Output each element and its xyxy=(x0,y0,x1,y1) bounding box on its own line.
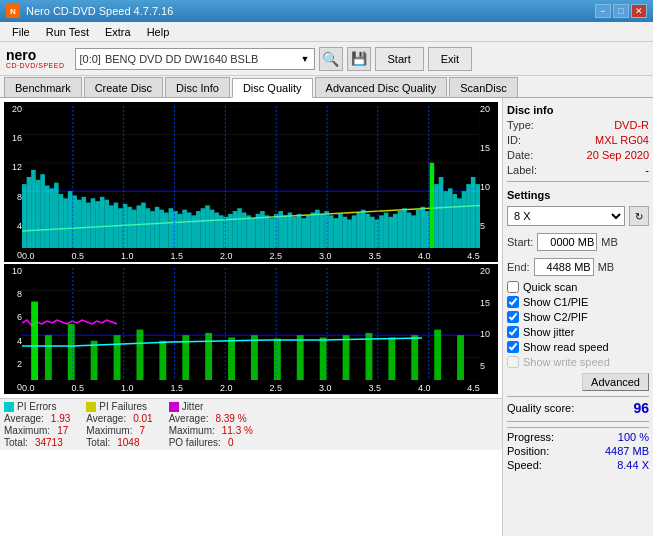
tab-benchmark[interactable]: Benchmark xyxy=(4,77,82,97)
svg-rect-116 xyxy=(471,177,476,248)
show-jitter-checkbox[interactable] xyxy=(507,326,519,338)
position-value: 4487 MB xyxy=(605,445,649,457)
svg-rect-84 xyxy=(324,211,329,248)
quick-scan-checkbox[interactable] xyxy=(507,281,519,293)
bottom-chart: 10 8 6 4 2 0 20 15 10 5 xyxy=(4,264,498,394)
svg-rect-112 xyxy=(453,194,458,248)
svg-rect-82 xyxy=(315,210,320,248)
show-read-speed-checkbox[interactable] xyxy=(507,341,519,353)
svg-rect-104 xyxy=(416,210,421,248)
quality-row: Quality score: 96 xyxy=(507,396,649,416)
bottom-chart-y-left: 10 8 6 4 2 0 xyxy=(4,264,22,394)
speed-select[interactable]: 8 X 4 X 16 X MAX xyxy=(507,206,625,226)
close-button[interactable]: ✕ xyxy=(631,4,647,18)
svg-rect-148 xyxy=(366,333,373,380)
quick-scan-label: Quick scan xyxy=(523,281,577,293)
minimize-button[interactable]: − xyxy=(595,4,611,18)
svg-rect-133 xyxy=(31,302,38,380)
svg-rect-103 xyxy=(411,215,416,248)
svg-rect-62 xyxy=(224,217,229,248)
start-input[interactable] xyxy=(537,233,597,251)
svg-rect-108 xyxy=(434,184,439,248)
svg-rect-65 xyxy=(237,208,242,248)
toolbar: nero CD·DVD/SPEED [0:0] BENQ DVD DD DW16… xyxy=(0,42,653,76)
svg-rect-45 xyxy=(146,208,151,248)
svg-rect-24 xyxy=(49,188,54,248)
maximize-button[interactable]: □ xyxy=(613,4,629,18)
svg-rect-143 xyxy=(251,335,258,380)
pi-failures-total-row: Total: 1048 xyxy=(86,437,152,448)
refresh-icon-button[interactable]: ↻ xyxy=(629,206,649,226)
svg-rect-21 xyxy=(36,180,41,248)
svg-rect-111 xyxy=(448,188,453,248)
show-jitter-label: Show jitter xyxy=(523,326,574,338)
svg-rect-36 xyxy=(104,200,109,248)
speed-row: 8 X 4 X 16 X MAX ↻ xyxy=(507,206,649,226)
top-chart-y-left: 20 16 12 8 4 0 xyxy=(4,102,22,262)
dropdown-arrow-icon: ▼ xyxy=(301,54,310,64)
disc-date-row: Date: 20 Sep 2020 xyxy=(507,149,649,161)
svg-rect-58 xyxy=(205,205,210,248)
svg-rect-141 xyxy=(205,333,212,380)
svg-rect-26 xyxy=(59,194,64,248)
end-input[interactable] xyxy=(534,258,594,276)
svg-rect-98 xyxy=(388,217,393,248)
scan-icon-button[interactable]: 🔍 xyxy=(319,47,343,71)
disc-label-value: - xyxy=(645,164,649,176)
svg-rect-23 xyxy=(45,186,50,248)
svg-rect-79 xyxy=(301,218,306,248)
svg-rect-19 xyxy=(27,177,32,248)
show-write-speed-label: Show write speed xyxy=(523,356,610,368)
svg-rect-100 xyxy=(398,211,403,248)
svg-rect-77 xyxy=(292,217,297,248)
settings-title: Settings xyxy=(507,189,649,201)
svg-rect-55 xyxy=(191,215,196,248)
svg-rect-50 xyxy=(169,208,174,248)
jitter-group: Jitter Average: 8.39 % Maximum: 11.3 % P… xyxy=(169,401,253,448)
title-bar: N Nero CD-DVD Speed 4.7.7.16 − □ ✕ xyxy=(0,0,653,22)
start-row: Start: MB xyxy=(507,233,649,251)
speed-value: 8.44 X xyxy=(617,459,649,471)
drive-address: [0:0] xyxy=(80,53,101,65)
svg-rect-134 xyxy=(45,335,52,380)
advanced-button[interactable]: Advanced xyxy=(582,373,649,391)
svg-rect-44 xyxy=(141,203,146,248)
menu-help[interactable]: Help xyxy=(139,24,178,40)
menu-run-test[interactable]: Run Test xyxy=(38,24,97,40)
svg-rect-56 xyxy=(196,211,201,248)
disc-id-value: MXL RG04 xyxy=(595,134,649,146)
bottom-chart-x-labels: 0.0 0.5 1.0 1.5 2.0 2.5 3.0 3.5 4.0 4.5 xyxy=(22,383,480,394)
tab-disc-info[interactable]: Disc Info xyxy=(165,77,230,97)
disc-label-row: Label: - xyxy=(507,164,649,176)
show-c2-checkbox[interactable] xyxy=(507,311,519,323)
pi-errors-avg-row: Average: 1.93 xyxy=(4,413,70,424)
disc-date-value: 20 Sep 2020 xyxy=(587,149,649,161)
menu-extra[interactable]: Extra xyxy=(97,24,139,40)
tab-create-disc[interactable]: Create Disc xyxy=(84,77,163,97)
exit-button[interactable]: Exit xyxy=(428,47,472,71)
tab-advanced-disc-quality[interactable]: Advanced Disc Quality xyxy=(315,77,448,97)
tab-scan-disc[interactable]: ScanDisc xyxy=(449,77,517,97)
menu-bar: File Run Test Extra Help xyxy=(0,22,653,42)
start-label: Start: xyxy=(507,236,533,248)
jitter-max-row: Maximum: 11.3 % xyxy=(169,425,253,436)
show-c1-checkbox[interactable] xyxy=(507,296,519,308)
svg-rect-101 xyxy=(402,208,407,248)
pi-errors-color xyxy=(4,402,14,412)
show-read-speed-row: Show read speed xyxy=(507,341,649,353)
jitter-max-value: 11.3 % xyxy=(222,425,253,436)
nero-logo: nero CD·DVD/SPEED xyxy=(6,48,65,69)
svg-rect-70 xyxy=(260,211,265,248)
save-icon-button[interactable]: 💾 xyxy=(347,47,371,71)
start-button[interactable]: Start xyxy=(375,47,424,71)
tab-disc-quality[interactable]: Disc Quality xyxy=(232,78,313,98)
svg-rect-97 xyxy=(384,213,389,249)
svg-rect-78 xyxy=(297,214,302,248)
pi-failures-label: PI Failures xyxy=(86,401,152,412)
menu-file[interactable]: File xyxy=(4,24,38,40)
right-panel: Disc info Type: DVD-R ID: MXL RG04 Date:… xyxy=(503,98,653,536)
drive-selector[interactable]: [0:0] BENQ DVD DD DW1640 BSLB ▼ xyxy=(75,48,315,70)
nero-product: CD·DVD/SPEED xyxy=(6,62,65,69)
svg-rect-152 xyxy=(457,335,464,380)
show-c1-row: Show C1/PIE xyxy=(507,296,649,308)
